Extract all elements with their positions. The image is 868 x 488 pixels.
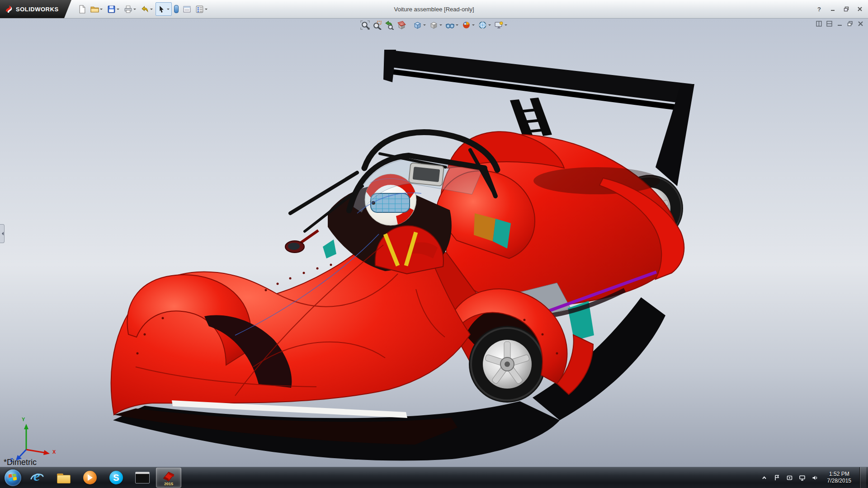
view-orientation-button[interactable] — [412, 19, 427, 30]
windows-logo-icon — [5, 469, 21, 486]
print-button[interactable] — [122, 2, 138, 16]
solidworks-app-icon — [162, 469, 175, 483]
edit-appearance-button[interactable] — [461, 19, 476, 30]
front-right-wheel[interactable] — [469, 326, 546, 403]
show-desktop-button[interactable] — [859, 467, 866, 488]
command-prompt-icon — [135, 472, 150, 483]
media-player-icon — [83, 471, 97, 484]
undo-dropdown[interactable] — [149, 3, 153, 15]
options-dropdown[interactable] — [204, 3, 208, 15]
save-button[interactable] — [105, 2, 122, 16]
window-controls: ? — [814, 0, 865, 18]
view-settings-button[interactable] — [493, 19, 509, 30]
instant3d-icon — [174, 5, 179, 13]
split-view-button[interactable] — [815, 20, 823, 27]
side-mirror[interactable] — [285, 230, 318, 253]
main-toolbar — [76, 2, 210, 16]
hide-show-items-icon — [445, 20, 455, 30]
display-style-dropdown[interactable] — [439, 19, 443, 30]
apply-scene-dropdown[interactable] — [487, 19, 491, 30]
doc-minimize-icon — [837, 21, 843, 27]
print-dropdown[interactable] — [132, 3, 137, 15]
section-view-button[interactable] — [396, 19, 407, 30]
doc-minimize-button[interactable] — [835, 20, 844, 27]
clock-date: 7/28/2015 — [827, 478, 851, 484]
brand-text: SOLIDWORKS — [16, 6, 59, 13]
clock-time: 1:52 PM — [829, 471, 849, 478]
solidworks-window: SOLIDWORKS — [0, 0, 868, 488]
internet-explorer-icon: e — [30, 470, 45, 485]
pane-view-button[interactable] — [825, 20, 833, 27]
taskbar-solidworks[interactable]: 2015 — [156, 468, 181, 488]
zoom-to-area-button[interactable] — [372, 19, 383, 30]
taskbar-command-prompt[interactable] — [130, 468, 155, 488]
hide-show-dropdown[interactable] — [455, 19, 459, 30]
view-settings-dropdown[interactable] — [504, 19, 508, 30]
file-properties-icon — [183, 5, 191, 14]
save-dropdown[interactable] — [116, 3, 120, 15]
doc-restore-button[interactable] — [846, 20, 854, 27]
action-center-flag-icon[interactable] — [773, 474, 781, 482]
pane-view-icon — [826, 21, 832, 27]
apply-scene-button[interactable] — [477, 19, 492, 30]
display-style-icon — [429, 20, 439, 30]
open-button[interactable] — [89, 2, 105, 16]
zoom-to-fit-button[interactable] — [359, 19, 371, 30]
doc-close-button[interactable] — [856, 20, 864, 27]
tray-expand-chevron[interactable] — [760, 474, 769, 482]
close-icon — [857, 6, 863, 12]
new-document-button[interactable] — [76, 2, 88, 16]
view-settings-icon — [494, 20, 504, 30]
solidworks-logo-icon — [5, 5, 14, 14]
undo-button[interactable] — [139, 2, 155, 16]
select-dropdown[interactable] — [166, 3, 170, 15]
split-view-icon — [816, 21, 822, 27]
display-style-button[interactable] — [428, 19, 443, 30]
instant3d-button[interactable] — [172, 2, 180, 16]
edit-appearance-dropdown[interactable] — [471, 19, 475, 30]
restore-button[interactable] — [841, 5, 852, 14]
volume-tray-icon[interactable] — [811, 474, 819, 482]
network-tray-icon[interactable] — [798, 474, 807, 482]
options-button[interactable] — [193, 2, 210, 16]
taskbar-clock[interactable]: 1:52 PM 7/28/2015 — [824, 471, 855, 484]
view-orientation-label: *Dimetric — [4, 458, 37, 467]
doc-close-icon — [858, 21, 863, 27]
folder-icon — [57, 474, 71, 483]
taskbar-media-player[interactable] — [77, 468, 103, 488]
titlebar: SOLIDWORKS — [0, 0, 868, 19]
select-button[interactable] — [156, 2, 172, 16]
previous-view-button[interactable] — [384, 19, 395, 30]
skype-icon: S — [109, 471, 123, 484]
zoom-to-fit-icon — [360, 20, 370, 30]
graphics-viewport[interactable]: Y X Z *Dimetric — [0, 18, 868, 467]
taskbar-internet-explorer[interactable]: e — [25, 468, 50, 488]
zoom-to-area-icon — [373, 20, 382, 30]
minimize-button[interactable] — [827, 5, 838, 14]
close-button[interactable] — [854, 5, 865, 14]
car-model[interactable] — [0, 18, 868, 467]
undo-icon — [141, 5, 149, 14]
taskbar-skype[interactable]: S — [104, 468, 129, 488]
help-button[interactable]: ? — [814, 5, 825, 14]
options-icon — [195, 5, 204, 14]
open-dropdown[interactable] — [99, 3, 103, 15]
view-orientation-dropdown[interactable] — [422, 19, 426, 30]
document-window-controls — [815, 20, 864, 27]
taskbar-windows-explorer[interactable] — [51, 468, 76, 488]
rear-view-mirror-box[interactable] — [409, 163, 444, 186]
solidworks-version-badge: 2015 — [164, 482, 173, 486]
apply-scene-icon — [478, 20, 487, 30]
hide-show-items-button[interactable] — [444, 19, 460, 30]
file-properties-button[interactable] — [181, 2, 193, 16]
print-icon — [124, 5, 132, 14]
heads-up-view-toolbar — [359, 19, 509, 30]
new-document-icon — [78, 5, 86, 14]
update-tray-icon[interactable] — [786, 474, 794, 482]
minimize-icon — [830, 6, 835, 12]
view-orientation-icon — [413, 20, 422, 30]
start-button[interactable] — [3, 468, 23, 488]
open-folder-icon — [90, 5, 99, 14]
solidworks-logo: SOLIDWORKS — [0, 0, 71, 18]
system-tray: 1:52 PM 7/28/2015 — [760, 467, 868, 488]
